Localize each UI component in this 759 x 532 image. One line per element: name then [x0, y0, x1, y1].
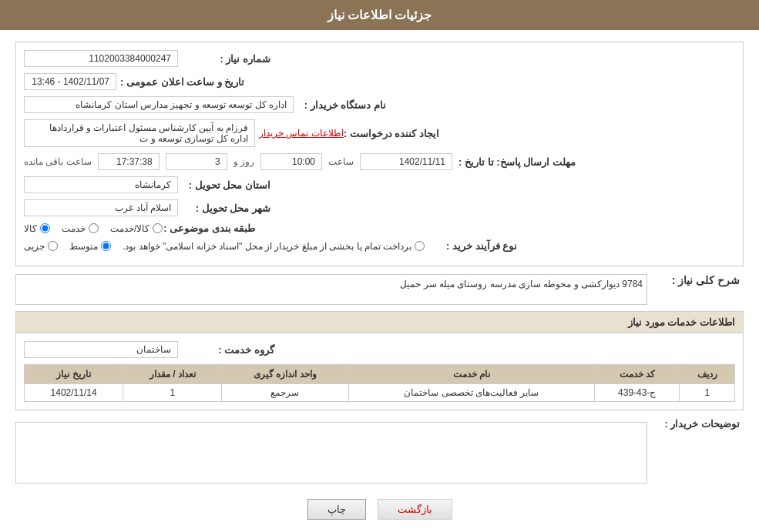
col-qty: تعداد / مقدار: [123, 365, 222, 384]
page-wrapper: جزئیات اطلاعات نیاز شماره نیاز : 1102003…: [0, 0, 759, 532]
process-label: نوع فرآیند خرید :: [425, 240, 517, 252]
buyer-note-box: [15, 422, 647, 483]
table-header-row: ردیف کد خدمت نام خدمت واحد اندازه گیری ت…: [25, 365, 735, 384]
category-khidmat-radio[interactable]: [89, 223, 99, 233]
org-row: نام دستگاه خریدار : اداره کل توسعه توسعه…: [24, 96, 735, 113]
col-unit: واحد اندازه گیری: [222, 365, 348, 384]
reply-time: 10:00: [260, 153, 322, 170]
process-row: نوع فرآیند خرید : برداخت تمام یا بخشی از…: [24, 240, 735, 252]
group-value: ساختمان: [24, 341, 178, 358]
city-label: شهر محل تحویل :: [178, 202, 270, 214]
process-small-radio[interactable]: [48, 241, 58, 251]
col-date: تاریخ نیاز: [25, 365, 123, 384]
category-khidmat: خدمت: [62, 223, 99, 234]
category-kala-khidmat-radio[interactable]: [153, 223, 163, 233]
category-kala-label: کالا: [24, 223, 37, 234]
province-row: استان محل تحویل : کرمانشاه: [24, 176, 735, 193]
category-row: طبقه بندی موضوعی : کالا/خدمت خدمت کال: [24, 223, 735, 234]
reply-time-label: ساعت: [328, 156, 354, 167]
description-row: شرح کلی نیاز : 9784 دیوارکشی و محوطه ساز…: [15, 274, 744, 305]
category-kala-khidmat-label: کالا/خدمت: [110, 223, 149, 234]
description-label: شرح کلی نیاز :: [647, 274, 740, 286]
category-khidmat-label: خدمت: [62, 223, 86, 234]
category-label: طبقه بندی موضوعی :: [163, 223, 255, 234]
need-number-row: شماره نیاز : 1102003384000247: [24, 50, 735, 67]
reply-date: 1402/11/11: [360, 153, 452, 170]
group-label: گروه خدمت :: [182, 344, 274, 356]
back-button[interactable]: بازگشت: [378, 499, 452, 520]
process-medium-label: متوسط: [69, 241, 98, 252]
col-name: نام خدمت: [348, 365, 594, 384]
date-row: تاریخ و ساعت اعلان عمومی : 1402/11/07 - …: [24, 73, 735, 90]
services-content: گروه خدمت : ساختمان ردیف کد خدمت نام خدم…: [16, 333, 743, 410]
buyer-note-row: توضیحات خریدار :: [15, 418, 744, 487]
main-info-section: شماره نیاز : 1102003384000247 تاریخ و سا…: [15, 42, 744, 266]
process-medium-radio[interactable]: [101, 241, 111, 251]
footer-buttons: بازگشت چاپ: [15, 499, 744, 520]
creator-value: فرزام به آیین کارشناس مسئول اعتبارات و ق…: [24, 119, 255, 147]
buyer-note-label: توضیحات خریدار :: [647, 418, 740, 430]
date-value: 1402/11/07 - 13:46: [24, 73, 116, 90]
reply-days: 3: [166, 153, 227, 170]
reply-day-label: روز و: [233, 156, 254, 167]
city-row: شهر محل تحویل : اسلام آباد غرب: [24, 199, 735, 216]
page-header: جزئیات اطلاعات نیاز: [0, 0, 759, 30]
province-value: کرمانشاه: [24, 176, 178, 193]
need-number-value: 1102003384000247: [24, 50, 178, 67]
category-radio-group: کالا/خدمت خدمت کالا: [24, 223, 163, 234]
need-number-label: شماره نیاز :: [178, 53, 270, 65]
category-kala-khidmat: کالا/خدمت: [110, 223, 163, 234]
province-label: استان محل تحویل :: [178, 179, 270, 191]
date-pair: تاریخ و ساعت اعلان عمومی : 1402/11/07 - …: [24, 73, 248, 90]
services-table: ردیف کد خدمت نام خدمت واحد اندازه گیری ت…: [24, 364, 735, 402]
cell-date: 1402/11/14: [25, 384, 123, 402]
process-bonds-label: برداخت تمام یا بخشی از مبلغ خریدار از مح…: [123, 241, 411, 252]
category-kala: کالا: [24, 223, 50, 234]
reply-remaining-label: ساعت باقی مانده: [24, 156, 92, 167]
creator-link[interactable]: اطلاعات تماس خریدار: [259, 128, 344, 139]
cell-qty: 1: [123, 384, 222, 402]
cell-row: 1: [680, 384, 735, 402]
process-small-label: جزیی: [24, 241, 45, 252]
services-title: اطلاعات خدمات مورد نیاز: [16, 312, 743, 333]
category-kala-radio[interactable]: [40, 223, 50, 233]
process-bonds-radio[interactable]: [415, 241, 425, 251]
cell-name: سایر فعالیت‌های تخصصی ساختمان: [348, 384, 594, 402]
process-radio-group: برداخت تمام یا بخشی از مبلغ خریدار از مح…: [24, 241, 425, 252]
description-value: 9784 دیوارکشی و محوطه سازی مدرسه روستای …: [15, 274, 647, 305]
reply-deadline-label: مهلت ارسال پاسخ: تا تاریخ :: [458, 156, 576, 168]
org-value: اداره کل توسعه توسعه و تجهیز مدارس استان…: [24, 96, 294, 113]
city-value: اسلام آباد غرب: [24, 199, 178, 216]
process-medium: متوسط: [69, 241, 111, 252]
date-label: تاریخ و ساعت اعلان عمومی :: [120, 76, 244, 88]
creator-row: ایجاد کننده درخواست : اطلاعات تماس خریدا…: [24, 119, 735, 147]
print-button[interactable]: چاپ: [307, 499, 366, 520]
reply-remaining: 17:37:38: [98, 153, 160, 170]
process-small: جزیی: [24, 241, 58, 252]
creator-label: ایجاد کننده درخواست :: [344, 128, 439, 139]
main-content: شماره نیاز : 1102003384000247 تاریخ و سا…: [0, 30, 759, 532]
org-label: نام دستگاه خریدار :: [294, 99, 386, 111]
col-row: ردیف: [680, 365, 735, 384]
services-section: اطلاعات خدمات مورد نیاز گروه خدمت : ساخت…: [15, 311, 744, 410]
page-title: جزئیات اطلاعات نیاز: [327, 8, 432, 22]
group-header: گروه خدمت : ساختمان: [24, 341, 735, 358]
table-row: 1ج-43-439سایر فعالیت‌های تخصصی ساختمانسر…: [25, 384, 735, 402]
col-code: کد خدمت: [595, 365, 680, 384]
main-info-content: شماره نیاز : 1102003384000247 تاریخ و سا…: [16, 42, 743, 266]
cell-code: ج-43-439: [595, 384, 680, 402]
reply-deadline-row: مهلت ارسال پاسخ: تا تاریخ : 1402/11/11 س…: [24, 153, 735, 170]
cell-unit: سرجمع: [222, 384, 348, 402]
process-bonds: برداخت تمام یا بخشی از مبلغ خریدار از مح…: [123, 241, 425, 252]
